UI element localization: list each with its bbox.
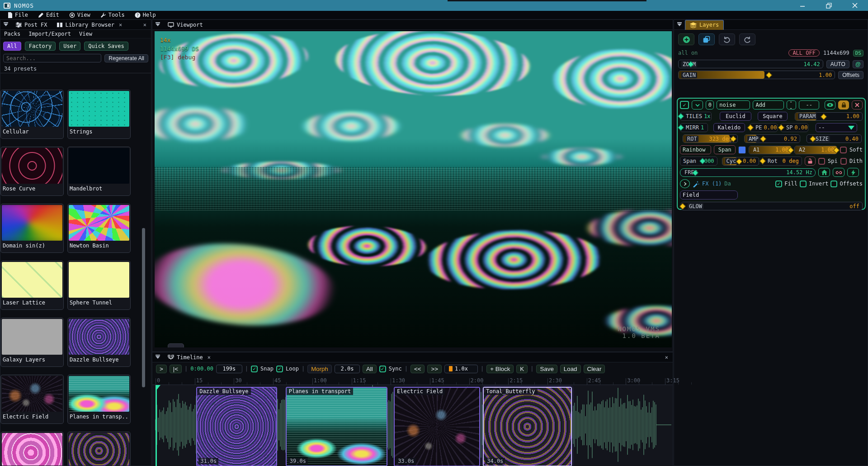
- panel-close-icon[interactable]: ×: [665, 354, 668, 361]
- ds-badge[interactable]: DS: [853, 50, 863, 57]
- playhead[interactable]: [156, 385, 157, 466]
- panel-menu-chevron-icon[interactable]: [156, 24, 160, 26]
- preset-card[interactable]: Newton Basin: [67, 204, 131, 253]
- titlebar[interactable]: NOMOS: [0, 0, 868, 11]
- viewport-canvas[interactable]: 14x 1144x699 DS [F3] debug NOMOS VMS 1.0…: [155, 31, 672, 347]
- slider-knob[interactable]: [778, 124, 784, 131]
- library-scrollbar[interactable]: [142, 228, 145, 387]
- invert-checkbox[interactable]: [800, 181, 807, 187]
- palette-lock-button[interactable]: [805, 157, 816, 166]
- mirror-slider[interactable]: MIRR 1: [680, 123, 708, 132]
- mod-select[interactable]: --: [816, 123, 857, 132]
- save-button[interactable]: Save: [536, 365, 557, 373]
- load-button[interactable]: Load: [560, 365, 581, 373]
- panel-close-icon[interactable]: ×: [143, 22, 146, 28]
- tab-close-icon[interactable]: ×: [119, 22, 122, 28]
- slider-knob[interactable]: [678, 124, 684, 131]
- preset-card[interactable]: Sphere Tunnel: [67, 261, 131, 310]
- slider-knob[interactable]: [760, 158, 766, 164]
- menu-packs[interactable]: Packs: [4, 31, 20, 37]
- preset-card[interactable]: Planes in transp..: [67, 375, 131, 424]
- panel-menu-chevron-icon[interactable]: [677, 24, 682, 26]
- tab-library-browser[interactable]: Library Browser ×: [52, 20, 127, 30]
- search-input[interactable]: [3, 54, 101, 62]
- delete-layer-button[interactable]: [852, 100, 863, 109]
- slider-knob[interactable]: [678, 113, 684, 119]
- layer-index[interactable]: 0: [706, 100, 714, 109]
- tab-viewport[interactable]: Viewport: [163, 20, 208, 30]
- span-slider[interactable]: Span 000: [680, 157, 717, 166]
- slider-knob[interactable]: [760, 136, 766, 142]
- restore-button[interactable]: [816, 0, 842, 11]
- menu-view[interactable]: View: [65, 11, 94, 19]
- collapse-panel-button[interactable]: «: [168, 343, 184, 347]
- timeline-clip[interactable]: Planes in transport 39.0s: [286, 387, 387, 466]
- fill-checkbox[interactable]: [775, 181, 782, 187]
- tab-post-fx[interactable]: Post FX: [11, 20, 52, 30]
- preset-card[interactable]: Cellular: [0, 90, 64, 139]
- filter-all[interactable]: All: [3, 42, 21, 51]
- preset-card[interactable]: Domain sin(z): [0, 204, 64, 253]
- palette-select[interactable]: Rainbow: [680, 145, 711, 154]
- tab-timeline[interactable]: Timeline ×: [163, 352, 215, 362]
- close-window-button[interactable]: [842, 0, 868, 11]
- offsets-checkbox[interactable]: [830, 181, 837, 187]
- soft-checkbox[interactable]: [840, 147, 847, 153]
- minimize-button[interactable]: [789, 0, 816, 11]
- add-block-button[interactable]: + Block: [486, 365, 514, 373]
- menu-import-export[interactable]: Import/Export: [28, 31, 71, 37]
- slider-knob[interactable]: [747, 124, 754, 131]
- menu-help[interactable]: ? Help: [131, 11, 160, 19]
- a1-slider[interactable]: A1 1.00: [749, 146, 792, 154]
- preset-card[interactable]: Rainbow Road: [0, 432, 64, 466]
- clear-button[interactable]: Clear: [584, 365, 605, 373]
- all-on-label[interactable]: all on: [678, 50, 698, 56]
- tiles-slider[interactable]: TILES 1x: [680, 112, 712, 121]
- preset-card[interactable]: Strings: [67, 90, 131, 139]
- filter-factory[interactable]: Factory: [25, 42, 56, 51]
- fx-expand-button[interactable]: [680, 179, 690, 188]
- timeline-track[interactable]: Dazzle Bullseye 31.0s Planes in transpor…: [152, 385, 673, 466]
- sync-checkbox[interactable]: [379, 366, 386, 372]
- field-input[interactable]: Field: [680, 190, 738, 200]
- slider-knob[interactable]: [821, 113, 827, 119]
- morph-time-field[interactable]: 2.0s: [335, 365, 360, 373]
- auto-zoom-button[interactable]: AUTO: [826, 60, 849, 68]
- preset-card[interactable]: Mandelbrot: [67, 147, 131, 196]
- length-field[interactable]: 199s: [216, 365, 242, 373]
- panel-menu-chevron-icon[interactable]: [156, 356, 160, 359]
- fx-count-label[interactable]: FX (1): [702, 181, 722, 187]
- gain-slider[interactable]: GAIN 1.00: [678, 71, 835, 79]
- gain-offsets-button[interactable]: Offsets: [838, 71, 863, 79]
- solo-eye-button[interactable]: [825, 100, 835, 109]
- kaleido-select[interactable]: Kaleido: [713, 123, 745, 132]
- rewind-button[interactable]: |<: [170, 365, 182, 373]
- duplicate-layer-button[interactable]: [698, 33, 715, 45]
- menu-tools[interactable]: Tools: [96, 11, 129, 19]
- lock-button[interactable]: [838, 100, 849, 109]
- at-button[interactable]: @: [853, 60, 863, 68]
- param-slider[interactable]: PARAM 1.00: [795, 112, 863, 121]
- bolt-button[interactable]: [847, 168, 859, 177]
- sp-slider[interactable]: SP 0.00: [780, 123, 808, 132]
- timeline-clip[interactable]: Dazzle Bullseye 31.0s: [196, 387, 277, 466]
- slot-a-button[interactable]: --: [787, 100, 796, 109]
- timeline-clip[interactable]: Electric Field 33.0s: [394, 387, 480, 466]
- redo-button[interactable]: [739, 33, 755, 45]
- span-mode-select[interactable]: Span: [714, 145, 736, 154]
- tab-close-icon[interactable]: ×: [208, 354, 211, 361]
- amp-slider[interactable]: AMP 0.92: [744, 134, 800, 143]
- next-block-button[interactable]: >>: [427, 365, 442, 373]
- layer-name-field[interactable]: noise: [717, 100, 750, 109]
- regenerate-all-button[interactable]: Regenerate All: [104, 54, 148, 62]
- link-button[interactable]: [833, 168, 844, 177]
- pal-rot-slider[interactable]: Rot 0 deg: [762, 157, 802, 166]
- rot-slider[interactable]: ROT 323 deg: [683, 134, 738, 143]
- freq-slider[interactable]: FREQ 14.52 Hz: [680, 168, 816, 177]
- menu-file[interactable]: File: [4, 11, 32, 19]
- spi-checkbox[interactable]: [818, 158, 825, 165]
- timeline-ruler[interactable]: 01530451:001:151:301:452:002:152:302:453…: [152, 376, 673, 385]
- play-button[interactable]: >: [156, 365, 167, 373]
- slider-knob[interactable]: [766, 72, 772, 78]
- preset-card[interactable]: Electric Field: [0, 375, 64, 424]
